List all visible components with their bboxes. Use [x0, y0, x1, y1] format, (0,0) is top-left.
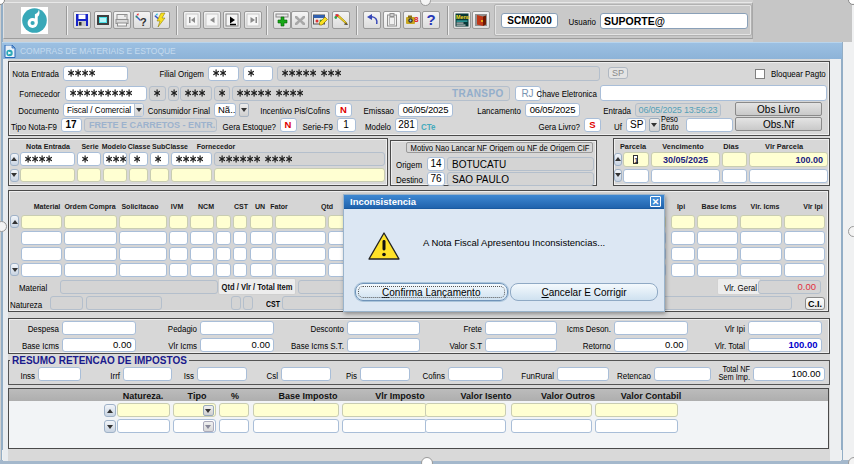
svg-text:Menu: Menu	[456, 14, 470, 20]
svg-text:?: ?	[140, 16, 147, 28]
svg-text:8: 8	[414, 15, 419, 24]
